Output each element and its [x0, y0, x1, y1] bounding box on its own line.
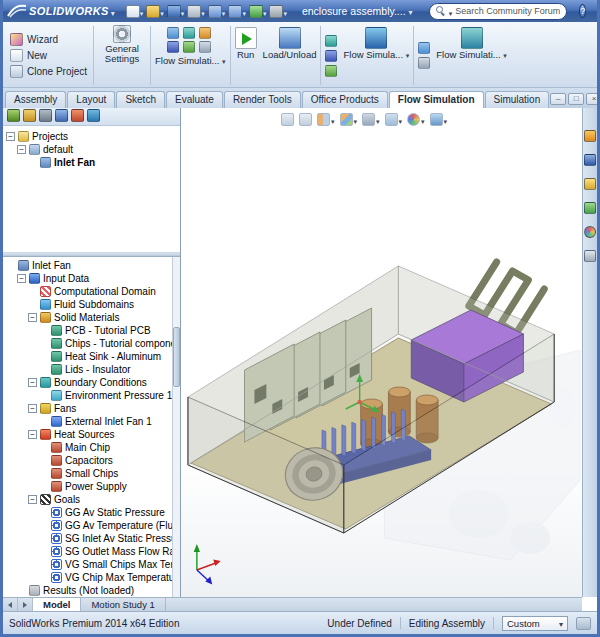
tree-item[interactable]: default [3, 143, 180, 156]
appearances-icon[interactable] [584, 224, 596, 242]
flow-simulation-3-dropdown[interactable]: Flow Simulati... [433, 24, 510, 87]
tree-item[interactable]: PCB - Tutorial PCB [3, 324, 172, 337]
flow-tool-icon[interactable] [199, 27, 211, 39]
dimxpert-manager-tab-icon[interactable] [55, 108, 68, 126]
tree-expander[interactable] [17, 274, 26, 283]
undo-icon[interactable] [207, 2, 227, 20]
flow-simulation-dropdown[interactable]: Flow Simulati... [155, 56, 226, 66]
edit-appearance-icon[interactable] [407, 110, 425, 128]
zoom-area-icon[interactable] [299, 113, 312, 126]
design-library-icon[interactable] [584, 152, 596, 170]
tree-expander[interactable] [28, 313, 37, 322]
tree-item[interactable]: Boundary Conditions [3, 376, 172, 389]
graphics-area[interactable] [181, 108, 582, 597]
tree-item[interactable]: Input Data [3, 272, 172, 285]
flow-tool-icon[interactable] [167, 27, 179, 39]
tree-item[interactable]: Small Chips [3, 467, 172, 480]
tree-item[interactable]: SG Outlet Mass Flow Rate [3, 545, 172, 558]
community-search-box[interactable]: Search Community Forum [429, 3, 568, 20]
tree-scrollbar-thumb[interactable] [173, 327, 180, 387]
tree-expander[interactable] [6, 132, 15, 141]
tab-flow-simulation[interactable]: Flow Simulation [389, 91, 484, 108]
tree-item[interactable]: SG Inlet Av Static Pressure [3, 532, 172, 545]
tree-expander[interactable] [28, 430, 37, 439]
tree-item[interactable]: VG Chip Max Temperature [3, 571, 172, 584]
tree-item[interactable]: Power Supply [3, 480, 172, 493]
tree-item[interactable]: GG Av Static Pressure [3, 506, 172, 519]
tab-assembly[interactable]: Assembly [5, 91, 66, 108]
general-settings-button[interactable]: General Settings [95, 24, 149, 87]
property-manager-tab-icon[interactable] [23, 108, 36, 126]
tab-model[interactable]: Model [33, 598, 81, 611]
status-icon[interactable] [576, 617, 591, 630]
load-unload-button[interactable]: Load/Unload [260, 24, 320, 87]
tree-item[interactable]: GG Av Temperature (Fluid) [3, 519, 172, 532]
flow-simulation-2-dropdown[interactable]: Flow Simula... [340, 24, 412, 87]
tree-item[interactable]: Goals [3, 493, 172, 506]
tab-render-tools[interactable]: Render Tools [224, 91, 301, 108]
options-icon[interactable] [268, 2, 288, 20]
flow-tool-icon[interactable] [418, 57, 430, 69]
tree-item[interactable]: Projects [3, 130, 180, 143]
tree-item[interactable]: Results (Not loaded) [3, 584, 172, 597]
tree-item[interactable]: Computational Domain [3, 285, 172, 298]
tree-scrollbar[interactable] [172, 257, 180, 597]
tree-item[interactable]: Chips - Tutorial component [3, 337, 172, 350]
configuration-dropdown[interactable]: Custom [502, 616, 568, 631]
tab-simulation[interactable]: Simulation [485, 91, 550, 108]
display-manager-tab-icon[interactable] [71, 108, 84, 126]
tree-item[interactable]: VG Small Chips Max Tempera [3, 558, 172, 571]
3d-model-canvas[interactable] [181, 108, 582, 597]
wizard-button[interactable]: Wizard [8, 32, 89, 47]
tree-item[interactable]: Solid Materials [3, 311, 172, 324]
tab-scroll-right-button[interactable] [18, 598, 33, 611]
run-button[interactable]: Run [232, 24, 260, 87]
hide-show-items-icon[interactable] [385, 110, 403, 128]
viewport-close-button[interactable] [586, 93, 600, 105]
viewport-minimize-button[interactable] [550, 93, 566, 105]
section-view-icon[interactable] [317, 110, 335, 128]
scene-icon[interactable] [430, 110, 448, 128]
new-document-icon[interactable] [125, 2, 145, 20]
print-icon[interactable] [186, 2, 206, 20]
tree-item[interactable]: External Inlet Fan 1 [3, 415, 172, 428]
tree-item[interactable]: Inlet Fan [3, 259, 172, 272]
flow-tool-icon[interactable] [183, 41, 195, 53]
save-icon[interactable] [166, 2, 186, 20]
flow-tool-icon[interactable] [418, 42, 430, 54]
view-palette-icon[interactable] [584, 200, 596, 218]
tree-item[interactable]: Heat Sink - Aluminum [3, 350, 172, 363]
tab-office-products[interactable]: Office Products [302, 91, 388, 108]
document-title[interactable]: enclosure assembly.... [302, 5, 413, 17]
solidworks-resources-icon[interactable] [584, 128, 596, 146]
tree-expander[interactable] [28, 378, 37, 387]
tree-expander[interactable] [17, 145, 26, 154]
tree-item[interactable]: Heat Sources [3, 428, 172, 441]
display-style-icon[interactable] [362, 110, 380, 128]
tab-motion-study-1[interactable]: Motion Study 1 [81, 598, 165, 611]
rebuild-icon[interactable] [248, 2, 268, 20]
flow-tool-icon[interactable] [199, 41, 211, 53]
clone-project-button[interactable]: Clone Project [8, 64, 89, 79]
flow-tool-icon[interactable] [325, 35, 337, 47]
tree-expander[interactable] [28, 404, 37, 413]
tab-sketch[interactable]: Sketch [116, 91, 165, 108]
redo-icon[interactable] [227, 2, 247, 20]
tree-item[interactable]: Inlet Fan [3, 156, 180, 169]
flow-tool-icon[interactable] [325, 50, 337, 62]
new-project-button[interactable]: New [8, 48, 89, 63]
tree-item[interactable]: Lids - Insulator [3, 363, 172, 376]
flow-simulation-tab-icon[interactable] [87, 108, 100, 126]
tree-item[interactable]: Environment Pressure 1 [3, 389, 172, 402]
custom-properties-icon[interactable] [584, 248, 596, 266]
view-orientation-icon[interactable] [340, 110, 358, 128]
tree-expander[interactable] [28, 495, 37, 504]
feature-manager-tab-icon[interactable] [7, 108, 20, 126]
search-scope-dropdown-icon[interactable] [449, 2, 453, 20]
flow-tool-icon[interactable] [183, 27, 195, 39]
file-explorer-icon[interactable] [584, 176, 596, 194]
tree-item[interactable]: Fluid Subdomains [3, 298, 172, 311]
zoom-fit-icon[interactable] [281, 113, 294, 126]
open-icon[interactable] [145, 2, 165, 20]
flow-tool-icon[interactable] [167, 41, 179, 53]
